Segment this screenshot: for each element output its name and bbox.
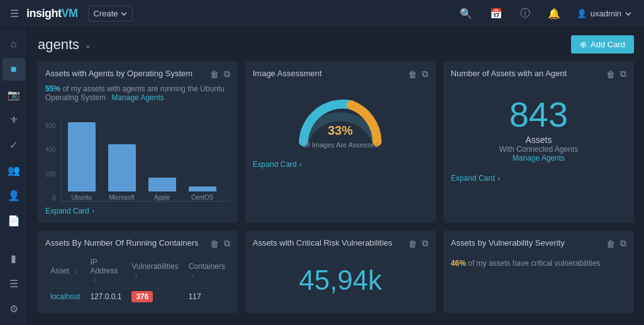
sidebar: ⌂ ■ 📷 ⚜ ✓ 👥 👤 📄 ▮ ☰ ⚙ <box>0 28 28 325</box>
sidebar-item-user[interactable]: 👤 <box>3 184 25 207</box>
card-actions: 🗑 ⧉ <box>210 238 230 249</box>
hamburger-icon[interactable]: ☰ <box>8 5 21 22</box>
sidebar-item-goals[interactable]: ✓ <box>3 134 25 156</box>
card-title: Assets By Number Of Running Containers <box>45 238 199 249</box>
create-button[interactable]: Create <box>88 6 133 21</box>
app-layout: ⌂ ■ 📷 ⚜ ✓ 👥 👤 📄 ▮ ☰ ⚙ agents ⌄ ⊕ Add Car… <box>0 28 644 325</box>
container-count: 117 <box>184 288 230 305</box>
chevron-right-icon: › <box>92 207 94 215</box>
chevron-right-icon: › <box>299 160 302 169</box>
card-header: Assets with Agents by Operating System 🗑… <box>45 69 230 79</box>
search-icon[interactable]: 🔍 <box>453 8 479 20</box>
page-title-area: agents ⌄ <box>38 37 92 53</box>
copy-icon[interactable]: ⧉ <box>224 69 230 79</box>
vuln-severity-card: Assets by Vulnerability Severity 🗑 ⧉ 46%… <box>443 231 634 313</box>
col-containers: Containers ↓ <box>184 254 230 288</box>
chevron-right-icon: › <box>497 174 500 183</box>
bar-apple: Apple <box>148 178 176 201</box>
delete-icon[interactable]: 🗑 <box>606 69 615 79</box>
bar-apple-fill <box>148 178 176 191</box>
col-vuln: Vulnerabilities ↕ <box>126 254 183 288</box>
cards-grid: Assets with Agents by Operating System 🗑… <box>38 61 634 313</box>
manage-agents-link[interactable]: Manage Agents <box>111 93 164 102</box>
asset-link[interactable]: localhost <box>50 292 80 301</box>
asset-name: localhost <box>45 288 85 305</box>
title-chevron-icon[interactable]: ⌄ <box>84 40 92 50</box>
bar-chart: 600 400 200 0 Ubuntu Microsoft <box>45 107 230 202</box>
bars-container: Ubuntu Microsoft Apple CentOS <box>61 120 230 202</box>
delete-icon[interactable]: 🗑 <box>606 239 615 249</box>
manage-agents-link[interactable]: Manage Agents <box>513 154 565 162</box>
user-icon: 👤 <box>577 9 587 18</box>
y-axis: 600 400 200 0 <box>45 120 61 202</box>
card-title: Number of Assets with an Agent <box>451 69 567 79</box>
user-menu[interactable]: 👤 uxadmin <box>572 9 636 18</box>
sidebar-item-list[interactable]: ☰ <box>3 272 25 295</box>
page-header: agents ⌄ ⊕ Add Card <box>38 35 634 54</box>
delete-icon[interactable]: 🗑 <box>210 69 219 79</box>
copy-icon[interactable]: ⧉ <box>422 238 428 249</box>
card-actions: 🗑 ⧉ <box>606 69 626 79</box>
delete-icon[interactable]: 🗑 <box>408 239 417 249</box>
plus-icon: ⊕ <box>580 40 587 49</box>
username: uxadmin <box>591 9 621 18</box>
sidebar-item-charts[interactable]: ▮ <box>3 247 25 270</box>
page-title: agents <box>38 37 79 53</box>
add-card-button[interactable]: ⊕ Add Card <box>571 35 634 54</box>
card-actions: 🗑 ⧉ <box>210 69 230 79</box>
number-label: Assets <box>525 135 552 145</box>
help-icon[interactable]: ⓘ <box>514 7 536 20</box>
chart-subtitle: 55% of my assets with agents are running… <box>45 84 230 102</box>
sort-icon[interactable]: ↓ <box>191 271 195 280</box>
sort-icon[interactable]: ↕ <box>134 271 138 280</box>
expand-card-button-2[interactable]: Expand Card › <box>253 160 428 169</box>
expand-card-button-3[interactable]: Expand Card › <box>451 174 626 183</box>
stat-text: 46% of my assets have critical vulnerabi… <box>451 254 626 273</box>
donut-container: 33% Of Images Are Assessed <box>253 84 428 155</box>
table-header-row: Asset ↕ IP Address ↕ Vulnerabilities ↕ C… <box>45 254 230 288</box>
containers-card: Assets By Number Of Running Containers 🗑… <box>38 231 238 313</box>
card-header: Number of Assets with an Agent 🗑 ⧉ <box>451 69 626 79</box>
sidebar-item-agents[interactable]: ⚜ <box>3 108 25 131</box>
stat-percent: 46% <box>451 259 466 268</box>
assets-by-os-card: Assets with Agents by Operating System 🗑… <box>38 61 238 223</box>
stat-description: of my assets have critical vulnerabiliti… <box>468 259 600 268</box>
card-actions: 🗑 ⧉ <box>606 238 626 249</box>
card-title: Assets by Vulnerability Severity <box>451 238 565 249</box>
card-title: Assets with Critical Risk Vulnerabilitie… <box>253 238 392 249</box>
critical-risk-card: Assets with Critical Risk Vulnerabilitie… <box>245 231 436 313</box>
delete-icon[interactable]: 🗑 <box>210 239 219 249</box>
containers-table: Asset ↕ IP Address ↕ Vulnerabilities ↕ C… <box>45 254 230 305</box>
sort-icon[interactable]: ↕ <box>74 266 77 275</box>
user-chevron-icon <box>625 11 631 17</box>
sidebar-item-users[interactable]: 👥 <box>3 159 25 181</box>
main-content: agents ⌄ ⊕ Add Card Assets with Agents b… <box>28 28 644 325</box>
sidebar-item-home[interactable]: ⌂ <box>3 33 25 55</box>
bar-centos: CentOS <box>189 186 216 201</box>
sidebar-item-dashboard[interactable]: ■ <box>3 58 25 81</box>
sidebar-item-reports[interactable]: 📄 <box>3 209 25 232</box>
bell-icon[interactable]: 🔔 <box>541 8 567 20</box>
copy-icon[interactable]: ⧉ <box>224 238 230 249</box>
ip-address: 127.0.0.1 <box>85 288 126 305</box>
number-display: 843 Assets With Connected Agents Manage … <box>451 84 626 169</box>
partial-number: 45,94k <box>299 266 382 294</box>
calendar-icon[interactable]: 📅 <box>484 8 509 20</box>
card-actions: 🗑 ⧉ <box>408 238 428 249</box>
number-assets-card: Number of Assets with an Agent 🗑 ⧉ 843 A… <box>443 61 634 223</box>
expand-card-button-1[interactable]: Expand Card › <box>45 207 230 215</box>
chevron-down-icon <box>121 11 127 17</box>
image-assessment-card: Image Assessment 🗑 ⧉ <box>245 61 436 223</box>
copy-icon[interactable]: ⧉ <box>620 69 626 79</box>
sidebar-item-monitor[interactable]: 📷 <box>3 83 25 106</box>
delete-icon[interactable]: 🗑 <box>408 69 417 79</box>
sort-icon[interactable]: ↕ <box>92 275 96 284</box>
sidebar-item-settings[interactable]: ⚙ <box>3 297 25 320</box>
subtitle-percent: 55% <box>45 84 60 93</box>
app-logo: insightVM <box>26 7 78 20</box>
vuln-badge: 376 <box>131 291 153 302</box>
copy-icon[interactable]: ⧉ <box>422 69 428 79</box>
copy-icon[interactable]: ⧉ <box>620 238 626 249</box>
card-actions: 🗑 ⧉ <box>408 69 428 79</box>
card-header: Assets with Critical Risk Vulnerabilitie… <box>253 238 428 249</box>
